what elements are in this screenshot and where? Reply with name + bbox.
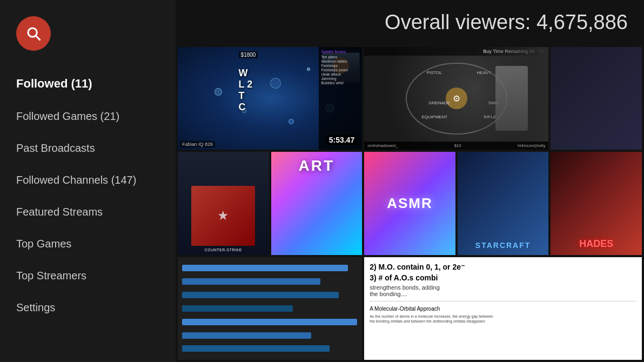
chat-line: Ueak attack [321,72,360,76]
nav-top-streamers[interactable]: Top Streamers [0,260,176,292]
bubble-decoration [270,78,281,89]
nav-followed[interactable]: Followed (11) [0,67,176,100]
bubble-decoration [307,68,310,71]
stream-tile-sc2[interactable]: STARCRAFT [458,152,549,254]
nav-featured-streams[interactable]: Featured Streams [0,196,176,228]
divider [370,301,636,301]
main-content: Overall viewers: 4,675,886 Spider fizzes… [176,0,644,362]
score-label: $1800 [239,51,258,58]
stream-tile-partial[interactable] [551,47,642,150]
asmr-label: ASMR [387,195,433,212]
stream-info: Vohnumz|holly [518,143,546,148]
stream-tile-hades[interactable]: HADES [551,152,642,254]
stream-tile-bubbles[interactable]: Spider fizzes Ten plans Skeleton rattles… [178,47,362,150]
csgo-background: Buy Time Remaining 00 : 25 PISTOL HEAVY … [364,47,548,150]
cs-cover-label: COUNTER-STRIKE [205,248,242,252]
username-label: Fabian IQ 826 [180,141,215,148]
nav-past-broadcasts[interactable]: Past Broadcasts [0,132,176,164]
bomb-icon: ⚙ [453,93,460,104]
soldier-area [475,47,548,150]
sidebar: Followed (11) Followed Games (21) Past B… [0,0,176,362]
search-icon [25,25,42,42]
search-button[interactable] [16,16,51,51]
pistol-label: PISTOL [427,70,442,75]
chat-line: Skeleton rattles [321,59,360,63]
viewer-info: $10 [454,143,461,148]
nav-followed-games[interactable]: Followed Games (21) [0,100,176,132]
chat-line: Footsteps zoom [321,68,360,72]
cs-cover-bg: ★ COUNTER-STRIKE [178,152,269,254]
nav-top-games[interactable]: Top Games [0,228,176,260]
art-text: ART [299,157,335,175]
grenade-label: GRENADE [428,100,450,105]
daw-track-5 [182,319,357,325]
chat-line: Ten plans [321,55,360,59]
soldier-silhouette [495,66,528,131]
daw-track-1 [182,265,348,271]
chem-subtitle: A Molecular-Orbital Approach [370,306,636,312]
chat-line: Bubbles whirl [321,81,360,85]
chat-line: Footsteps [321,64,360,68]
bubble-decoration [289,119,294,124]
chem-formula-1: 2) M.O. contain 0, 1, or 2e⁻ [370,263,636,271]
bubble-decoration [214,88,222,96]
channel-name: omhshadowed_ [367,143,398,148]
svg-point-0 [28,28,37,37]
stream-grid: Spider fizzes Ten plans Skeleton rattles… [176,45,644,362]
stream-tile-daw[interactable] [178,257,362,360]
daw-track-4 [182,305,293,312]
stream-tile-art[interactable]: ART [271,152,363,254]
stream-bottom-bar: omhshadowed_ $10 Vohnumz|holly [364,142,548,150]
nav-followed-channels[interactable]: Followed Channels (147) [0,164,176,196]
stream-tile-chemistry[interactable]: 2) M.O. contain 0, 1, or 2e⁻ 3) # of A.O… [364,257,642,360]
cs-logo: ★ [217,208,229,223]
nav-settings[interactable]: Settings [0,292,176,324]
hades-label: HADES [579,238,613,250]
cs-star: ★ [191,186,255,246]
wl-score: WL 2TC [239,68,253,113]
svg-line-1 [36,36,40,40]
stream-tile-asmr[interactable]: ASMR [364,152,455,254]
daw-track-3 [182,292,339,298]
viewer-count: Overall viewers: 4,675,886 [385,11,628,33]
art-bg: ART [271,152,363,254]
equipment-label: EQUIPMENT [422,115,448,119]
daw-track-7 [182,345,330,352]
sc2-label: STARCRAFT [475,241,531,250]
center-icon: ⚙ [446,88,467,109]
stream-tile-csgo[interactable]: Buy Time Remaining 00 : 25 PISTOL HEAVY … [364,47,548,150]
header: Overall viewers: 4,675,886 [176,0,644,45]
chem-body: As the number of atoms in a molecule inc… [370,314,636,325]
chat-line: Jamming [321,77,360,81]
daw-track-area [178,257,362,360]
chem-note: strengthens bonds, addingthe bonding.... [370,284,636,297]
stream-tile-cs-cover[interactable]: ★ COUNTER-STRIKE [178,152,269,254]
stream-timer: 5:53.47 [326,135,358,145]
chem-content-area: 2) M.O. contain 0, 1, or 2e⁻ 3) # of A.O… [364,257,642,360]
chem-formula-2: 3) # of A.O.s combi [370,273,636,282]
daw-track-6 [182,332,311,339]
daw-track-2 [182,278,320,285]
chat-label: Spider fizzes [321,49,360,54]
partial-bg [551,47,642,150]
